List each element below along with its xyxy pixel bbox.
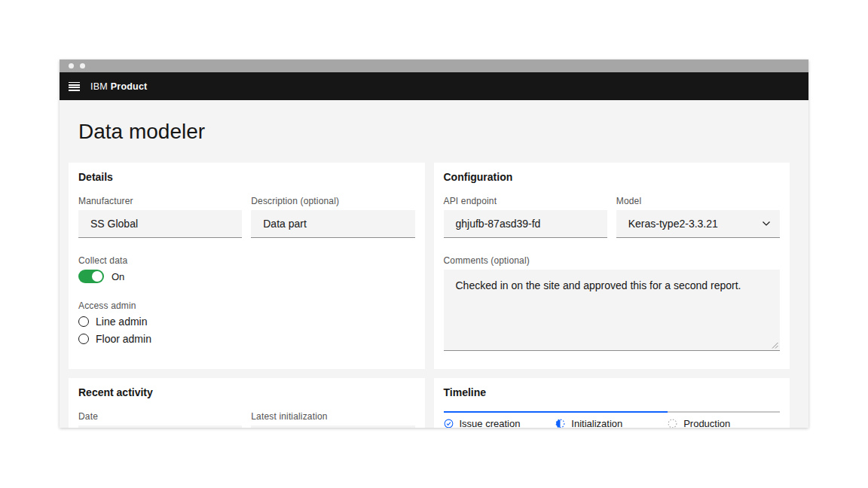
window-chrome-bar: [60, 59, 808, 72]
app-window: IBMProduct Data modeler Details Manufact…: [60, 59, 808, 428]
menu-icon[interactable]: [69, 82, 80, 91]
brand-prefix: IBM: [90, 81, 108, 92]
radio-floor-admin[interactable]: Floor admin: [78, 333, 415, 345]
half-circle-icon: [555, 419, 565, 428]
collect-data-label: Collect data: [78, 256, 415, 265]
manufacturer-label: Manufacturer: [78, 197, 242, 206]
desktop: { "window": { "header": { "brand_prefix"…: [0, 0, 868, 488]
timeline-heading: Timeline: [444, 387, 781, 398]
app-header: IBMProduct: [60, 72, 808, 100]
comments-label: Comments (optional): [444, 256, 781, 265]
date-label: Date: [78, 412, 242, 421]
configuration-heading: Configuration: [444, 172, 781, 182]
api-endpoint-field: API endpoint: [444, 197, 607, 238]
description-label: Description (optional): [251, 197, 414, 206]
latest-initialization-field: Latest initialization: [251, 412, 414, 428]
recent-activity-card: Recent activity Date Latest initializati…: [69, 378, 425, 428]
step-label: Issue creation: [460, 418, 521, 428]
configuration-field-row: API endpoint Model Keras-type2-3.3.21: [444, 197, 781, 238]
api-endpoint-input[interactable]: [444, 210, 607, 238]
comments-textarea[interactable]: Checked in on the site and approved this…: [444, 270, 781, 351]
toggle-knob-icon: [92, 271, 102, 282]
progress-indicator: Issue creation Initialization Pro: [444, 411, 781, 428]
radio-button-icon[interactable]: [78, 316, 89, 327]
details-heading: Details: [78, 172, 415, 182]
card-grid: Details Manufacturer Description (option…: [69, 163, 790, 428]
collect-data-toggle[interactable]: [78, 270, 104, 283]
brand-name: Product: [111, 81, 148, 92]
dashed-circle-icon: [668, 419, 677, 428]
checkmark-outline-icon: [444, 419, 454, 428]
radio-line-admin[interactable]: Line admin: [78, 316, 415, 328]
progress-step-issue-creation[interactable]: Issue creation: [444, 411, 556, 428]
window-dot: [80, 63, 85, 69]
window-dot: [69, 63, 74, 69]
recent-activity-field-row: Date Latest initialization: [78, 412, 415, 428]
step-label: Initialization: [571, 418, 622, 428]
step-label: Production: [683, 418, 730, 428]
progress-step-production[interactable]: Production: [668, 411, 780, 428]
details-field-row: Manufacturer Description (optional): [78, 197, 415, 238]
radio-button-icon[interactable]: [78, 334, 89, 344]
model-label: Model: [616, 197, 780, 206]
app-brand: IBMProduct: [90, 81, 147, 92]
date-field: Date: [78, 412, 242, 428]
manufacturer-input[interactable]: [78, 210, 242, 238]
date-input[interactable]: [78, 425, 242, 428]
chevron-down-icon: [762, 221, 771, 227]
resize-handle-icon[interactable]: [772, 342, 778, 349]
access-admin-label: Access admin: [78, 301, 415, 310]
model-dropdown[interactable]: Keras-type2-3.3.21: [616, 210, 780, 238]
details-card: Details Manufacturer Description (option…: [69, 163, 425, 369]
model-dropdown-value: Keras-type2-3.3.21: [628, 218, 718, 230]
radio-label: Line admin: [96, 316, 148, 328]
collect-data-state: On: [112, 271, 124, 282]
manufacturer-field: Manufacturer: [78, 197, 242, 238]
timeline-card: Timeline Issue creation: [434, 378, 790, 428]
latest-initialization-input[interactable]: [251, 425, 414, 428]
configuration-card: Configuration API endpoint Model Keras-t…: [434, 163, 790, 369]
description-field: Description (optional): [251, 197, 414, 238]
description-input[interactable]: [251, 210, 414, 238]
collect-data-toggle-row: On: [78, 270, 415, 283]
comments-field: Checked in on the site and approved this…: [444, 270, 781, 351]
api-endpoint-label: API endpoint: [444, 197, 607, 206]
page-title: Data modeler: [78, 120, 808, 144]
page-content: Data modeler Details Manufacturer Descri…: [60, 100, 808, 428]
latest-initialization-label: Latest initialization: [251, 412, 414, 421]
progress-step-initialization[interactable]: Initialization: [555, 411, 668, 428]
recent-activity-heading: Recent activity: [78, 387, 415, 398]
radio-label: Floor admin: [96, 333, 151, 345]
model-field: Model Keras-type2-3.3.21: [616, 197, 780, 238]
